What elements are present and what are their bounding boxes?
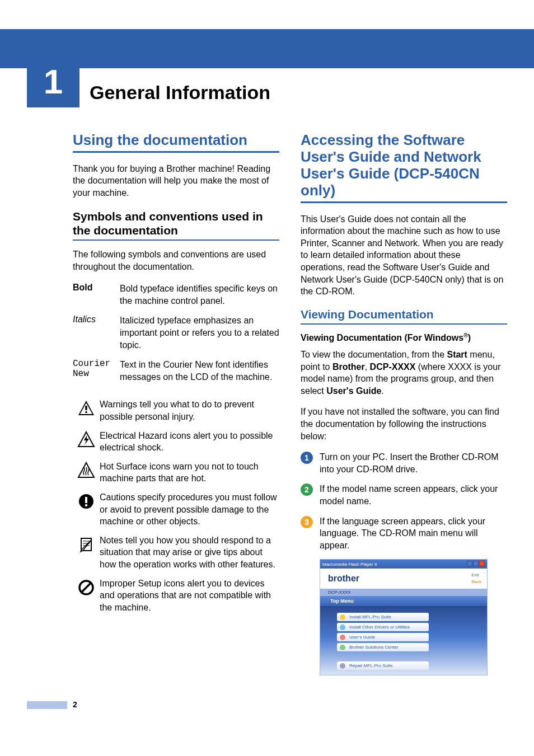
chapter-header: 1 General Information <box>27 81 534 107</box>
convention-desc: Bold typeface identifies specific keys o… <box>120 283 279 307</box>
page-content: Using the documentation Thank you for bu… <box>0 132 534 675</box>
svg-point-9 <box>85 504 87 506</box>
icon-desc: Cautions specify procedures you must fol… <box>100 491 279 528</box>
page-number: 2 <box>73 700 77 709</box>
convention-term: Italics <box>73 314 120 351</box>
symbols-conventions-heading: Symbols and conventions used in the docu… <box>73 209 279 241</box>
icon-legend-row: Notes tell you how you should respond to… <box>73 534 279 571</box>
viewing-documentation-windows-heading: Viewing Documentation (For Windows®) <box>301 332 507 343</box>
step-desc: Turn on your PC. Insert the Brother CD-R… <box>320 451 507 475</box>
step-row: 2 If the model name screen appears, clic… <box>301 483 507 507</box>
brother-keyword: Brother <box>332 362 365 372</box>
brother-logo: brother <box>328 574 359 584</box>
icon-legend-row: Improper Setup icons alert you to device… <box>73 577 279 614</box>
conventions-table: Bold Bold typeface identifies specific k… <box>73 283 279 383</box>
ss-menu-users-guide: User's Guide <box>337 633 429 641</box>
icon-desc: Notes tell you how you should respond to… <box>100 534 279 571</box>
convention-desc: Text in the Courier New font identifies … <box>120 359 279 383</box>
icon-desc: Warnings tell you what to do to prevent … <box>100 398 279 422</box>
page-number-bar <box>27 701 67 709</box>
screenshot-body: Install MFL-Pro Suite Install Other Driv… <box>320 606 487 675</box>
step-row: 1 Turn on your PC. Insert the Brother CD… <box>301 451 507 475</box>
svg-point-3 <box>85 411 87 414</box>
p2-seg: To view the documentation, from the <box>301 350 447 359</box>
step-bullet-2: 2 <box>301 483 313 496</box>
svg-line-15 <box>81 583 91 593</box>
svg-marker-6 <box>78 463 94 477</box>
convention-row: Courier New Text in the Courier New font… <box>73 359 279 383</box>
icon-legend-list: Warnings tell you what to do to prevent … <box>73 398 279 613</box>
caution-icon <box>73 491 100 510</box>
registered-symbol: ® <box>463 332 468 339</box>
dcp-keyword: DCP-XXXX <box>370 362 416 372</box>
top-margin <box>0 0 534 29</box>
window-buttons <box>466 561 485 567</box>
chapter-title: General Information <box>90 82 270 104</box>
close-icon <box>479 561 485 566</box>
accessing-guides-heading: Accessing the Software User's Guide and … <box>301 132 507 203</box>
convention-desc: Italicized typeface emphasizes an import… <box>120 314 279 351</box>
screenshot-topmenu: Top Menu <box>320 596 487 606</box>
warning-icon <box>73 398 100 417</box>
svg-rect-2 <box>85 406 87 410</box>
ss-menu-install-mfl: Install MFL-Pro Suite <box>337 613 429 621</box>
step-bullet-1: 1 <box>301 452 313 464</box>
left-column: Using the documentation Thank you for bu… <box>73 132 279 675</box>
ss-menu-install-other: Install Other Drivers or Utilities <box>337 623 429 631</box>
ss-menu-solutions-center: Brother Solutions Center <box>337 643 429 651</box>
not-installed-note: If you have not installed the software, … <box>301 406 507 442</box>
h4-prefix: Viewing Documentation (For Windows <box>301 333 463 342</box>
screenshot-header: brother Exit Back <box>320 569 487 589</box>
maximize-icon <box>473 561 479 566</box>
using-documentation-heading: Using the documentation <box>73 132 279 153</box>
improper-setup-icon <box>73 577 100 597</box>
blue-banner <box>0 29 534 68</box>
icon-desc: Hot Surface icons warn you not to touch … <box>100 461 279 485</box>
p2-seg: . <box>381 386 383 396</box>
icon-legend-row: Warnings tell you what to do to prevent … <box>73 398 279 422</box>
conventions-intro: The following symbols and conventions ar… <box>73 248 279 273</box>
icon-legend-row: Hot Surface icons warn you not to touch … <box>73 461 279 485</box>
icon-desc: Improper Setup icons alert you to device… <box>100 577 279 614</box>
ss-menu-repair: Repair MFL-Pro Suite <box>337 661 429 670</box>
right-column: Accessing the Software User's Guide and … <box>301 132 507 675</box>
h4-suffix: ) <box>468 333 471 342</box>
screenshot-title: Macromedia Flash Player 8 <box>322 562 377 567</box>
convention-row: Bold Bold typeface identifies specific k… <box>73 283 279 307</box>
icon-legend-row: Electrical Hazard icons alert you to pos… <box>73 430 279 454</box>
bottom-spacer <box>0 675 534 731</box>
svg-rect-8 <box>85 497 87 503</box>
convention-row: Italics Italicized typeface emphasizes a… <box>73 314 279 351</box>
electrical-hazard-icon <box>73 430 100 449</box>
step-row: 3 If the language screen appears, click … <box>301 515 507 552</box>
step-bullet-3: 3 <box>301 516 313 528</box>
back-button: Back <box>471 579 481 586</box>
chapter-number: 1 <box>44 62 63 101</box>
step-desc: If the model name screen appears, click … <box>320 483 507 507</box>
start-keyword: Start <box>447 350 467 359</box>
chapter-number-box: 1 <box>27 55 79 107</box>
screenshot-titlebar: Macromedia Flash Player 8 <box>320 560 487 569</box>
p2-seg: , <box>365 362 370 372</box>
exit-button: Exit <box>471 572 481 579</box>
icon-legend-row: Cautions specify procedures you must fol… <box>73 491 279 528</box>
step-desc: If the language screen appears, click yo… <box>320 515 507 552</box>
cdrom-menu-screenshot: Macromedia Flash Player 8 brother Exit B… <box>320 559 488 675</box>
step-list: 1 Turn on your PC. Insert the Brother CD… <box>301 451 507 551</box>
convention-term: Courier New <box>73 359 120 383</box>
minimize-icon <box>467 561 472 566</box>
screenshot-model-label: DCP-XXXX <box>320 589 487 596</box>
exit-back-buttons: Exit Back <box>471 572 481 586</box>
hot-surface-icon <box>73 461 100 480</box>
intro-paragraph: Thank you for buying a Brother machine! … <box>73 163 279 199</box>
convention-term: Bold <box>73 283 120 307</box>
note-icon <box>73 534 100 553</box>
viewing-documentation-heading: Viewing Documentation <box>301 308 507 325</box>
accessing-intro: This User's Guide does not contain all t… <box>301 213 507 298</box>
icon-desc: Electrical Hazard icons alert you to pos… <box>100 430 279 454</box>
users-guide-keyword: User's Guide <box>326 386 381 396</box>
view-doc-instructions: To view the documentation, from the Star… <box>301 349 507 397</box>
